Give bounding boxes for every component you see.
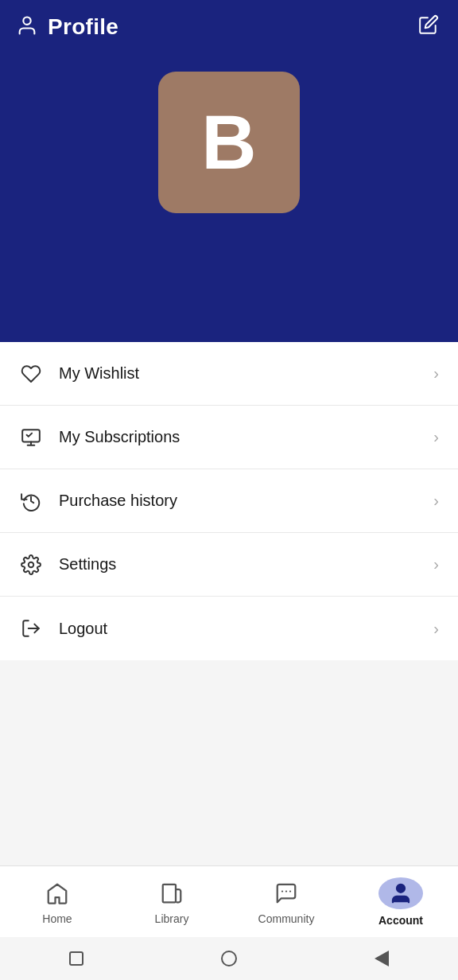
system-recents-button[interactable] <box>372 949 391 968</box>
header-title: Profile <box>48 14 118 40</box>
menu-item-settings[interactable]: Settings › <box>0 533 458 597</box>
chevron-right-logout: › <box>433 620 439 638</box>
system-home-button[interactable] <box>219 949 239 968</box>
system-bar <box>0 937 458 980</box>
top-bar: Profile <box>0 0 458 40</box>
system-back-icon <box>375 951 389 966</box>
account-nav-icon-bg <box>378 877 423 909</box>
nav-label-community: Community <box>258 912 315 925</box>
library-nav-icon <box>157 879 186 908</box>
logout-icon <box>19 616 43 640</box>
nav-item-community[interactable]: Community <box>229 879 344 925</box>
menu-item-wishlist[interactable]: My Wishlist › <box>0 342 458 406</box>
menu-item-logout[interactable]: Logout › <box>0 597 458 660</box>
community-nav-icon <box>272 879 301 908</box>
subscriptions-icon <box>19 426 43 449</box>
menu-label-logout: Logout <box>59 620 107 638</box>
settings-icon <box>19 553 43 577</box>
menu-item-settings-left: Settings <box>19 553 116 577</box>
bottom-nav: Home Library Community <box>0 865 458 937</box>
nav-label-library: Library <box>155 912 189 925</box>
heart-icon <box>19 362 43 386</box>
svg-point-2 <box>29 562 34 567</box>
system-home-icon <box>221 951 237 966</box>
menu-label-wishlist: My Wishlist <box>59 364 139 383</box>
nav-item-home[interactable]: Home <box>0 879 114 925</box>
menu-item-subscriptions[interactable]: My Subscriptions › <box>0 406 458 469</box>
nav-label-home: Home <box>42 912 72 925</box>
menu-item-purchase-left: Purchase history <box>19 489 177 513</box>
nav-item-account[interactable]: Account <box>344 877 458 927</box>
home-nav-icon <box>43 879 72 908</box>
nav-label-account: Account <box>378 914 423 927</box>
nav-item-library[interactable]: Library <box>114 879 229 925</box>
chevron-right-settings: › <box>433 555 439 574</box>
history-icon <box>19 489 43 513</box>
person-icon <box>16 14 38 40</box>
top-bar-left: Profile <box>16 14 118 40</box>
system-recents-icon <box>69 951 83 966</box>
header-section: Profile B <box>0 0 458 342</box>
system-back-button[interactable] <box>67 949 86 968</box>
menu-item-logout-left: Logout <box>19 616 107 640</box>
avatar-letter: B <box>201 104 256 181</box>
chevron-right-subscriptions: › <box>433 428 439 446</box>
menu-item-subscriptions-left: My Subscriptions <box>19 426 180 449</box>
svg-rect-1 <box>22 430 40 441</box>
account-nav-icon <box>386 879 415 908</box>
chevron-right-purchase-history: › <box>433 492 439 510</box>
svg-point-5 <box>397 884 405 892</box>
menu-section: My Wishlist › My Subscriptions › <box>0 342 458 660</box>
edit-icon[interactable] <box>418 14 439 40</box>
svg-point-0 <box>23 18 30 25</box>
menu-label-purchase-history: Purchase history <box>59 492 177 510</box>
avatar: B <box>158 72 300 213</box>
chevron-right-wishlist: › <box>433 364 439 383</box>
menu-item-purchase-history[interactable]: Purchase history › <box>0 469 458 533</box>
svg-rect-4 <box>163 884 176 902</box>
menu-label-subscriptions: My Subscriptions <box>59 428 180 446</box>
menu-label-settings: Settings <box>59 555 116 574</box>
menu-item-wishlist-left: My Wishlist <box>19 362 139 386</box>
